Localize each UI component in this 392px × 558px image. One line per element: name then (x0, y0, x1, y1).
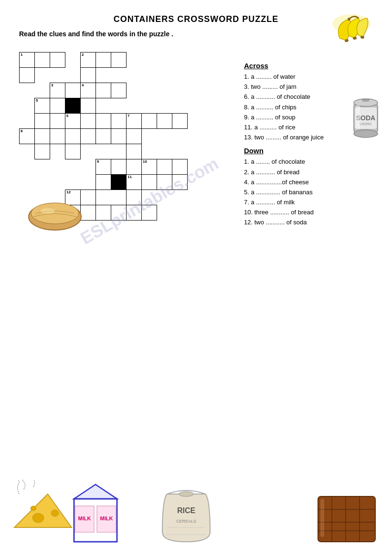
svg-text:CEREALS: CEREALS (176, 519, 196, 524)
cell-4-9-empty (157, 98, 172, 114)
cell-1-9-empty (142, 53, 157, 68)
svg-marker-16 (14, 494, 72, 527)
cell-10-5-empty (96, 190, 111, 205)
cell-2-1 (20, 68, 35, 83)
down-clue-4: 4. a ...............of cheese (244, 178, 373, 187)
cell-1-10-empty (157, 53, 172, 68)
down-clue-10: 10. three ........... of bread (244, 208, 373, 217)
cell-5-3: 6 (65, 114, 81, 129)
cell-7-8-empty (142, 144, 157, 159)
soda-can-image: SODA LM2691 (349, 95, 382, 143)
cell-9-2-empty (50, 175, 65, 190)
cell-3-7-empty (127, 83, 142, 98)
cell-1-1: 1 (20, 53, 35, 68)
cell-9-7: 11 (127, 175, 142, 190)
cell-8-6 (111, 159, 127, 175)
cell-10-8-empty (142, 190, 157, 205)
cell-7-0-empty (20, 144, 35, 159)
cell-2-6-empty (96, 68, 111, 83)
svg-rect-25 (318, 496, 375, 542)
cell-8-10 (172, 159, 188, 175)
subtitle: Read the clues and find the words in the… (19, 30, 373, 38)
cell-10-6-empty (111, 190, 127, 205)
cell-2-9-empty (142, 68, 157, 83)
banana-image (325, 10, 378, 54)
cell-8-1-empty (35, 159, 50, 175)
cell-4-0-empty (20, 98, 35, 114)
cell-2-10-empty (157, 68, 172, 83)
cell-3-10-empty (172, 83, 188, 98)
cell-4-6-empty (111, 98, 127, 114)
cell-1-3 (50, 53, 65, 68)
cell-11-8 (142, 205, 157, 221)
cheese-image (10, 480, 76, 539)
cell-2-5 (81, 68, 96, 83)
down-clue-1: 1. a ........ of chocolate (244, 158, 373, 166)
down-clue-2: 2. a ........... of bread (244, 168, 373, 177)
cell-7-1 (35, 144, 50, 159)
cell-9-6-black (111, 175, 127, 190)
cell-11-6 (111, 205, 127, 221)
cell-2-8-empty (127, 68, 142, 83)
cell-8-8: 10 (142, 159, 157, 175)
cell-7-10-empty (172, 144, 188, 159)
cell-9-10 (172, 175, 188, 190)
cell-9-8 (142, 175, 157, 190)
cell-1-7 (111, 53, 127, 68)
down-clue-5: 5. a .............. of bananas (244, 188, 373, 197)
cell-5-2 (50, 114, 65, 129)
cell-5-8 (142, 114, 157, 129)
cell-11-5 (96, 205, 111, 221)
cell-3-2: 3 (50, 83, 65, 98)
cell-4-7-empty (127, 98, 142, 114)
cell-5-4 (81, 114, 96, 129)
cell-1-8-empty (127, 53, 142, 68)
cell-7-5-empty (96, 144, 111, 159)
page: SODA LM2691 CONTAINERS CROSSWORD PUZZLE … (0, 0, 392, 558)
cell-3-4: 4 (81, 83, 96, 98)
cell-2-4-empty (65, 68, 81, 83)
cell-3-3 (65, 83, 81, 98)
cell-7-3 (65, 144, 81, 159)
cell-8-5: 9 (96, 159, 111, 175)
cell-6-1 (35, 129, 50, 144)
cell-6-8-empty (142, 129, 157, 144)
cell-3-8-empty (142, 83, 157, 98)
cell-4-8-empty (142, 98, 157, 114)
cell-5-6 (111, 114, 127, 129)
across-clue-3: 3. two ......... of jam (244, 83, 373, 91)
page-title: CONTAINERS CROSSWORD PUZZLE (19, 14, 373, 24)
cell-4-1: 5 (35, 98, 50, 114)
cell-3-0-empty (20, 83, 35, 98)
cell-6-9-empty (157, 129, 172, 144)
cell-6-5 (96, 129, 111, 144)
cell-2-7-empty (111, 68, 127, 83)
cell-8-0-empty (20, 159, 35, 175)
cell-4-5-empty (96, 98, 111, 114)
svg-point-18 (51, 510, 59, 516)
cell-6-0: 8 (20, 129, 35, 144)
across-header: Across (244, 62, 373, 70)
cell-7-6-empty (111, 144, 127, 159)
cell-9-0-empty (20, 175, 35, 190)
cell-6-4 (81, 129, 96, 144)
cell-5-1 (35, 114, 50, 129)
cell-10-10-empty (172, 190, 188, 205)
cell-3-9-empty (157, 83, 172, 98)
cell-1-6 (96, 53, 111, 68)
chocolate-bar-image (316, 494, 378, 548)
cell-8-4-empty (81, 159, 96, 175)
cell-9-3-empty (65, 175, 81, 190)
cell-8-2-empty (50, 159, 65, 175)
rice-bag-image: RICE CEREALS (158, 484, 215, 548)
cell-2-2-empty (35, 68, 50, 83)
svg-rect-11 (362, 99, 369, 101)
cell-10-7 (127, 190, 142, 205)
cell-4-10-empty (172, 98, 188, 114)
cell-5-10 (172, 114, 188, 129)
svg-point-1 (348, 18, 350, 21)
cell-2-3-empty (50, 68, 65, 83)
down-clue-12: 12. two ........... of soda (244, 218, 373, 227)
svg-text:RICE: RICE (177, 506, 196, 515)
svg-point-17 (32, 513, 44, 523)
